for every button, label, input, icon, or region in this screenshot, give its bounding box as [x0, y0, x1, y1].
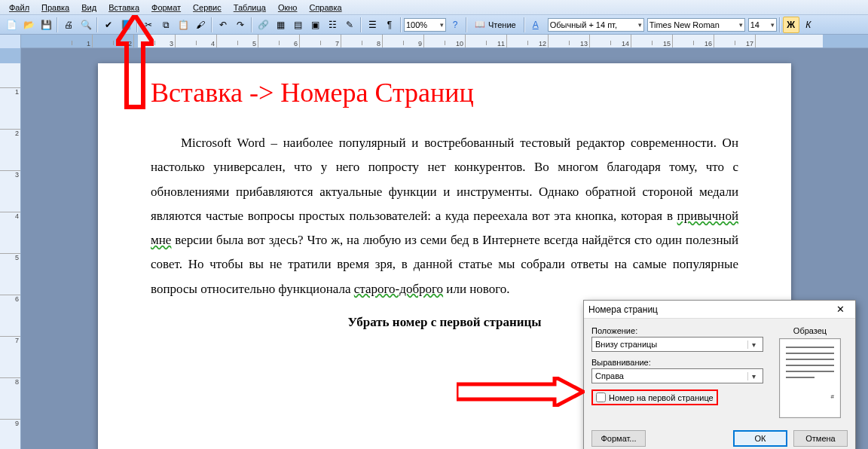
- first-page-number-label: Номер на первой странице: [609, 393, 714, 402]
- document-paragraph: Microsoft Word – наиболее популярный и в…: [151, 131, 738, 301]
- style-pane-button[interactable]: A: [527, 17, 544, 33]
- cancel-button[interactable]: Отмена: [793, 430, 848, 447]
- zoom-combo[interactable]: 100% ▾: [404, 18, 446, 32]
- print-button[interactable]: 🖨: [60, 17, 77, 33]
- menu-tools[interactable]: Сервис: [187, 2, 228, 14]
- dropdown-arrow-icon: ▾: [747, 372, 760, 380]
- first-page-number-checkbox-group[interactable]: Номер на первой странице: [591, 389, 718, 405]
- paste-button[interactable]: 📋: [175, 17, 191, 33]
- svg-marker-1: [457, 377, 583, 407]
- first-page-number-checkbox[interactable]: [596, 392, 606, 402]
- size-value: 14: [750, 20, 760, 29]
- new-doc-button[interactable]: 📄: [3, 17, 20, 33]
- ruler-tick: 13: [549, 35, 590, 47]
- format-button[interactable]: Формат...: [591, 430, 646, 447]
- menu-insert[interactable]: Вставка: [102, 2, 145, 14]
- preview-box: #: [779, 338, 841, 418]
- book-icon: 📖: [475, 20, 485, 29]
- ruler-tick: 16: [673, 35, 714, 47]
- dialog-titlebar[interactable]: Номера страниц ✕: [584, 301, 855, 319]
- ruler-tick: 8: [341, 35, 383, 47]
- ok-button[interactable]: ОК: [733, 430, 787, 447]
- drawing-button[interactable]: ✎: [341, 17, 358, 33]
- insert-table-button[interactable]: ▤: [289, 17, 306, 33]
- save-button[interactable]: 💾: [38, 17, 54, 33]
- ruler-tick: 5: [217, 35, 258, 47]
- ruler-tick: 4: [176, 35, 217, 47]
- dropdown-arrow-icon: ▾: [638, 21, 642, 29]
- ruler-tick: 6: [258, 35, 300, 47]
- alignment-combo[interactable]: Справа ▾: [591, 368, 763, 383]
- menu-view[interactable]: Вид: [75, 2, 102, 14]
- ruler-tick: 10: [424, 35, 466, 47]
- hyperlink-button[interactable]: 🔗: [255, 17, 271, 33]
- copy-button[interactable]: ⧉: [157, 17, 174, 33]
- excel-button[interactable]: ▣: [307, 17, 323, 33]
- menu-format[interactable]: Формат: [145, 2, 187, 14]
- svg-marker-0: [116, 15, 154, 107]
- show-all-button[interactable]: ¶: [381, 17, 398, 33]
- menubar: Файл Правка Вид Вставка Формат Сервис Та…: [0, 0, 868, 15]
- font-size-combo[interactable]: 14 ▾: [748, 18, 777, 32]
- position-combo[interactable]: Внизу страницы ▾: [591, 337, 763, 352]
- columns-button[interactable]: ☷: [324, 17, 341, 33]
- font-value: Times New Roman: [649, 20, 720, 29]
- ruler-tick: 1: [51, 35, 93, 47]
- style-value: Обычный + 14 пт,: [550, 20, 617, 29]
- dialog-title-text: Номера страниц: [588, 304, 658, 315]
- dropdown-arrow-icon: ▾: [739, 21, 743, 29]
- dropdown-arrow-icon: ▾: [771, 21, 775, 29]
- font-combo[interactable]: Times New Roman ▾: [647, 18, 745, 32]
- ruler-corner: [0, 35, 21, 48]
- menu-table[interactable]: Таблица: [228, 2, 272, 14]
- zoom-value: 100%: [406, 20, 427, 29]
- alignment-label: Выравнивание:: [591, 358, 763, 367]
- position-label: Положение:: [591, 326, 763, 335]
- format-painter-button[interactable]: 🖌: [192, 17, 209, 33]
- preview-label: Образец: [772, 326, 848, 335]
- alignment-value: Справа: [595, 371, 624, 380]
- spellcheck-button[interactable]: ✔: [100, 17, 117, 33]
- menu-help[interactable]: Справка: [303, 2, 347, 14]
- open-button[interactable]: 📂: [20, 17, 37, 33]
- annotation-title: Вставка -> Номера Страниц: [151, 77, 738, 108]
- dropdown-arrow-icon: ▾: [440, 21, 444, 29]
- italic-button[interactable]: К: [800, 17, 817, 33]
- doc-map-button[interactable]: ☰: [364, 17, 381, 33]
- ruler-tick: 12: [507, 35, 549, 47]
- help-button[interactable]: ?: [447, 17, 463, 33]
- menu-edit[interactable]: Правка: [35, 2, 75, 14]
- ruler-tick: 15: [631, 35, 673, 47]
- ruler-tick: 11: [466, 35, 507, 47]
- dropdown-arrow-icon: ▾: [747, 341, 760, 349]
- ruler-tick: 17: [714, 35, 756, 47]
- annotation-arrow-up: [116, 15, 154, 121]
- menu-window[interactable]: Окно: [272, 2, 304, 14]
- print-preview-button[interactable]: 🔍: [78, 17, 94, 33]
- ruler-tick: 7: [300, 35, 341, 47]
- page-numbers-dialog: Номера страниц ✕ Положение: Внизу страни…: [583, 300, 856, 449]
- ruler-tick: 9: [383, 35, 424, 47]
- reading-mode-button[interactable]: 📖 Чтение: [469, 17, 521, 33]
- bold-button[interactable]: Ж: [783, 17, 799, 33]
- redo-button[interactable]: ↷: [232, 17, 249, 33]
- position-value: Внизу страницы: [595, 340, 657, 349]
- ruler-tick: 14: [590, 35, 631, 47]
- style-combo[interactable]: Обычный + 14 пт, ▾: [548, 18, 644, 32]
- annotation-arrow-right: [457, 377, 585, 408]
- reading-label: Чтение: [488, 20, 516, 29]
- dialog-close-button[interactable]: ✕: [830, 303, 851, 316]
- menu-file[interactable]: Файл: [3, 2, 35, 14]
- vertical-ruler[interactable]: 1 2 3 4 5 6 7 8 9: [0, 48, 21, 449]
- undo-button[interactable]: ↶: [215, 17, 231, 33]
- tables-borders-button[interactable]: ▦: [272, 17, 289, 33]
